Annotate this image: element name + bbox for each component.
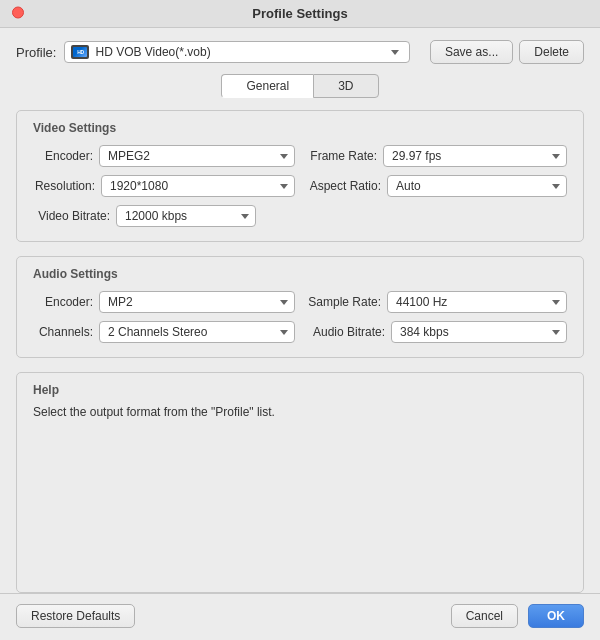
aspectratio-select-wrap: Auto 4:3 16:9 xyxy=(387,175,567,197)
framerate-select[interactable]: 29.97 fps 23.976 fps 25 fps 30 fps 59.94… xyxy=(383,145,567,167)
channels-field-row: Channels: 2 Channels Stereo 1 Channel Mo… xyxy=(33,321,295,343)
help-text: Select the output format from the "Profi… xyxy=(33,405,567,419)
title-bar: Profile Settings xyxy=(0,0,600,28)
traffic-lights xyxy=(12,6,24,21)
encoder-select-wrap: MPEG2 H.264 H.265 MPEG4 xyxy=(99,145,295,167)
samplerate-field-row: Sample Rate: 44100 Hz 48000 Hz 22050 Hz xyxy=(305,291,567,313)
audiobitrate-select-wrap: 384 kbps 256 kbps 192 kbps 128 kbps xyxy=(391,321,567,343)
channels-select-wrap: 2 Channels Stereo 1 Channel Mono 6 Chann… xyxy=(99,321,295,343)
profile-icon-text: HD xyxy=(77,49,83,55)
audio-encoder-field-row: Encoder: MP2 MP3 AAC AC3 xyxy=(33,291,295,313)
resolution-select-wrap: 1920*1080 1280*720 720*480 720*576 xyxy=(101,175,295,197)
tab-3d[interactable]: 3D xyxy=(313,74,378,98)
profile-select-wrap: HD HD VOB Video(*.vob) SD VOB Video(*.vo… xyxy=(64,41,409,63)
profile-icon: HD xyxy=(71,45,89,59)
audio-encoder-label: Encoder: xyxy=(33,295,93,309)
bottom-right-buttons: Cancel OK xyxy=(451,604,584,628)
audiobitrate-label: Audio Bitrate: xyxy=(305,325,385,339)
cancel-button[interactable]: Cancel xyxy=(451,604,518,628)
audiobitrate-field-row: Audio Bitrate: 384 kbps 256 kbps 192 kbp… xyxy=(305,321,567,343)
profile-icon-inner: HD xyxy=(73,47,87,57)
video-fields-grid: Encoder: MPEG2 H.264 H.265 MPEG4 Frame R… xyxy=(33,145,567,197)
framerate-label: Frame Rate: xyxy=(305,149,377,163)
aspectratio-field-row: Aspect Ratio: Auto 4:3 16:9 xyxy=(305,175,567,197)
ok-button[interactable]: OK xyxy=(528,604,584,628)
encoder-field-row: Encoder: MPEG2 H.264 H.265 MPEG4 xyxy=(33,145,295,167)
samplerate-label: Sample Rate: xyxy=(305,295,381,309)
framerate-field-row: Frame Rate: 29.97 fps 23.976 fps 25 fps … xyxy=(305,145,567,167)
close-button[interactable] xyxy=(12,6,24,18)
samplerate-select-wrap: 44100 Hz 48000 Hz 22050 Hz xyxy=(387,291,567,313)
restore-defaults-button[interactable]: Restore Defaults xyxy=(16,604,135,628)
tabs-row: General 3D xyxy=(16,74,584,98)
aspectratio-label: Aspect Ratio: xyxy=(305,179,381,193)
samplerate-select[interactable]: 44100 Hz 48000 Hz 22050 Hz xyxy=(387,291,567,313)
tab-general[interactable]: General xyxy=(221,74,313,98)
video-settings-section: Video Settings Encoder: MPEG2 H.264 H.26… xyxy=(16,110,584,242)
channels-select[interactable]: 2 Channels Stereo 1 Channel Mono 6 Chann… xyxy=(99,321,295,343)
audio-encoder-select[interactable]: MP2 MP3 AAC AC3 xyxy=(99,291,295,313)
aspectratio-select[interactable]: Auto 4:3 16:9 xyxy=(387,175,567,197)
framerate-select-wrap: 29.97 fps 23.976 fps 25 fps 30 fps 59.94… xyxy=(383,145,567,167)
profile-label: Profile: xyxy=(16,45,56,60)
videobitrate-field-row: Video Bitrate: 12000 kbps 8000 kbps 6000… xyxy=(33,205,567,227)
video-settings-title: Video Settings xyxy=(33,121,567,135)
audiobitrate-select[interactable]: 384 kbps 256 kbps 192 kbps 128 kbps xyxy=(391,321,567,343)
resolution-label: Resolution: xyxy=(33,179,95,193)
save-as-button[interactable]: Save as... xyxy=(430,40,513,64)
resolution-select[interactable]: 1920*1080 1280*720 720*480 720*576 xyxy=(101,175,295,197)
videobitrate-select[interactable]: 12000 kbps 8000 kbps 6000 kbps 4000 kbps xyxy=(116,205,256,227)
audio-settings-section: Audio Settings Encoder: MP2 MP3 AAC AC3 … xyxy=(16,256,584,358)
help-section: Help Select the output format from the "… xyxy=(16,372,584,593)
video-encoder-select[interactable]: MPEG2 H.264 H.265 MPEG4 xyxy=(99,145,295,167)
profile-row: Profile: HD HD VOB Video(*.vob) SD VOB V… xyxy=(16,40,584,64)
audio-settings-title: Audio Settings xyxy=(33,267,567,281)
encoder-label: Encoder: xyxy=(33,149,93,163)
audio-encoder-select-wrap: MP2 MP3 AAC AC3 xyxy=(99,291,295,313)
help-title: Help xyxy=(33,383,567,397)
delete-button[interactable]: Delete xyxy=(519,40,584,64)
bottom-bar: Restore Defaults Cancel OK xyxy=(0,593,600,640)
main-content: Profile: HD HD VOB Video(*.vob) SD VOB V… xyxy=(0,28,600,593)
profile-select[interactable]: HD VOB Video(*.vob) SD VOB Video(*.vob) … xyxy=(93,45,402,59)
window-title: Profile Settings xyxy=(252,6,347,21)
videobitrate-select-wrap: 12000 kbps 8000 kbps 6000 kbps 4000 kbps xyxy=(116,205,256,227)
resolution-field-row: Resolution: 1920*1080 1280*720 720*480 7… xyxy=(33,175,295,197)
videobitrate-label: Video Bitrate: xyxy=(33,209,110,223)
channels-label: Channels: xyxy=(33,325,93,339)
audio-fields-grid: Encoder: MP2 MP3 AAC AC3 Sample Rate: 44… xyxy=(33,291,567,343)
